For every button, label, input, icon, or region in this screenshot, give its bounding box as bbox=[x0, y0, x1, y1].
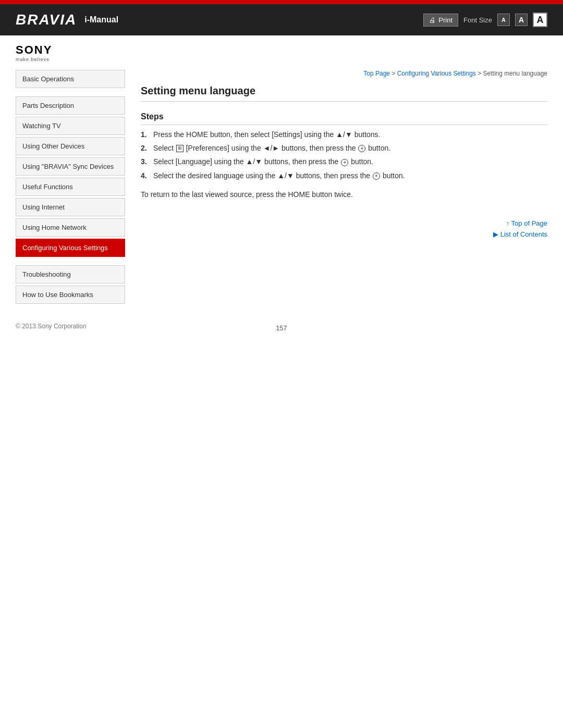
arrow-up-icon: ↑ bbox=[506, 219, 511, 227]
sony-logo: SONY bbox=[16, 43, 547, 57]
sidebar-item-using-internet[interactable]: Using Internet bbox=[16, 198, 125, 216]
top-bar bbox=[0, 0, 563, 4]
page-title: Setting menu language bbox=[141, 85, 547, 102]
sidebar: Basic Operations Parts Description Watch… bbox=[16, 70, 125, 306]
circle-icon-4: + bbox=[373, 172, 380, 180]
page-number: 157 bbox=[0, 324, 563, 332]
print-button[interactable]: 🖨 Print bbox=[423, 14, 458, 27]
step-1: 1. Press the HOME button, then select [S… bbox=[141, 130, 547, 139]
step-3: 3. Select [Language] using the ▲/▼ butto… bbox=[141, 157, 547, 166]
breadcrumb-top-page[interactable]: Top Page bbox=[363, 70, 390, 77]
sidebar-item-parts-description[interactable]: Parts Description bbox=[16, 96, 125, 115]
arrow-right-icon: ▶ bbox=[493, 230, 500, 238]
sony-area: SONY make.believe bbox=[0, 35, 563, 65]
sidebar-item-troubleshooting[interactable]: Troubleshooting bbox=[16, 265, 125, 283]
print-label: Print bbox=[438, 16, 452, 24]
header-right: 🖨 Print Font Size A A A bbox=[423, 13, 547, 27]
content-footer: ↑ Top of Page ▶ List of Contents bbox=[141, 219, 547, 238]
sidebar-item-using-other-devices[interactable]: Using Other Devices bbox=[16, 137, 125, 155]
sidebar-item-using-home-network[interactable]: Using Home Network bbox=[16, 218, 125, 237]
breadcrumb-current: Setting menu language bbox=[483, 70, 547, 77]
note-text: To return to the last viewed source, pre… bbox=[141, 190, 547, 199]
bravia-logo: BRAVIA bbox=[16, 11, 77, 28]
top-of-page-link[interactable]: ↑ Top of Page bbox=[141, 219, 547, 227]
circle-icon-2: + bbox=[358, 145, 365, 152]
arrow-up-down-4: ▲/▼ bbox=[277, 171, 294, 180]
printer-icon: 🖨 bbox=[429, 16, 436, 24]
breadcrumb-configuring[interactable]: Configuring Various Settings bbox=[397, 70, 476, 77]
make-believe: make.believe bbox=[16, 57, 547, 62]
arrow-up-down-3: ▲/▼ bbox=[246, 157, 262, 166]
steps-title: Steps bbox=[141, 112, 547, 125]
sidebar-divider-1 bbox=[16, 90, 125, 96]
sidebar-item-basic-operations[interactable]: Basic Operations bbox=[16, 70, 125, 88]
page-footer-wrap: © 2013 Sony Corporation 157 bbox=[0, 316, 563, 348]
step-4: 4. Select the desired language using the… bbox=[141, 171, 547, 180]
header: BRAVIA i-Manual 🖨 Print Font Size A A A bbox=[0, 4, 563, 35]
font-size-label: Font Size bbox=[463, 16, 492, 24]
prefs-icon: ⊞ bbox=[176, 145, 183, 152]
steps-list: 1. Press the HOME button, then select [S… bbox=[141, 130, 547, 180]
sidebar-item-using-bravia-sync[interactable]: Using "BRAVIA" Sync Devices bbox=[16, 157, 125, 176]
sidebar-item-configuring-various-settings[interactable]: Configuring Various Settings bbox=[16, 239, 125, 257]
arrow-up-down-1: ▲/▼ bbox=[336, 130, 352, 139]
circle-icon-3: + bbox=[341, 159, 348, 166]
sidebar-item-how-to-use-bookmarks[interactable]: How to Use Bookmarks bbox=[16, 286, 125, 304]
list-of-contents-link[interactable]: ▶ List of Contents bbox=[141, 230, 547, 238]
font-medium-button[interactable]: A bbox=[515, 14, 528, 26]
breadcrumb: Top Page > Configuring Various Settings … bbox=[141, 70, 547, 77]
main-layout: Basic Operations Parts Description Watch… bbox=[0, 70, 563, 306]
imanual-label: i-Manual bbox=[84, 15, 118, 24]
step-2: 2. Select ⊞ [Preferences] using the ◄/► … bbox=[141, 144, 547, 152]
sidebar-item-watching-tv[interactable]: Watching TV bbox=[16, 117, 125, 135]
sidebar-item-useful-functions[interactable]: Useful Functions bbox=[16, 178, 125, 196]
content-area: Top Page > Configuring Various Settings … bbox=[125, 70, 547, 306]
arrow-left-right-2: ◄/► bbox=[263, 144, 280, 152]
header-left: BRAVIA i-Manual bbox=[16, 11, 118, 28]
sidebar-divider-2 bbox=[16, 259, 125, 265]
font-small-button[interactable]: A bbox=[497, 14, 510, 26]
font-large-button[interactable]: A bbox=[533, 13, 547, 27]
